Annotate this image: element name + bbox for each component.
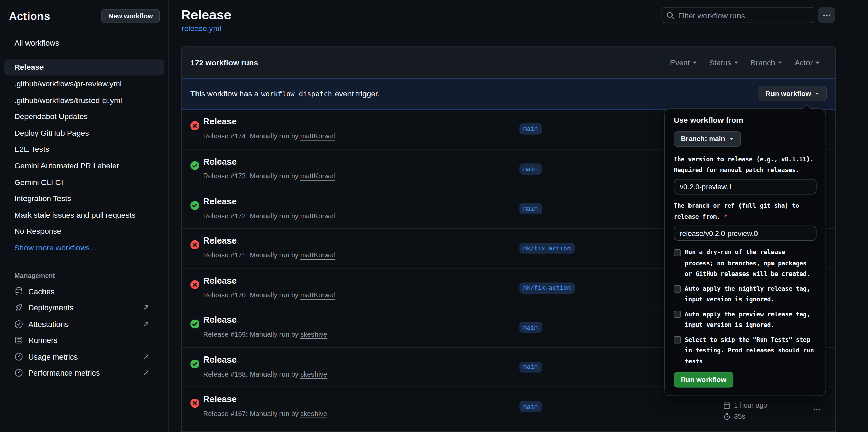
- run-description: Release #171: Manually run bymattKorwel: [203, 251, 335, 259]
- branch-badge[interactable]: main: [519, 361, 542, 372]
- branch-badge[interactable]: main: [519, 401, 542, 412]
- version-help-text: The version to release (e.g., v0.1.11). …: [674, 154, 817, 176]
- run-description: Release #169: Manually run byskeshive: [203, 331, 327, 338]
- run-title-link[interactable]: Release: [203, 276, 237, 285]
- filter-event[interactable]: Event: [670, 58, 697, 67]
- branch-badge[interactable]: mk/fix-action: [519, 243, 575, 254]
- run-workflow-popup: Use workflow from Branch: main The versi…: [664, 108, 826, 396]
- sidebar-item-usage-metrics[interactable]: Usage metrics: [4, 348, 164, 365]
- run-title-link[interactable]: Release: [203, 236, 237, 246]
- rocket-icon: [14, 303, 23, 312]
- success-icon: [190, 319, 199, 328]
- required-asterisk: *: [724, 213, 728, 220]
- workflow-dispatch-code: workflow_dispatch: [261, 90, 332, 98]
- chevron-down-icon: [815, 93, 819, 97]
- success-icon: [190, 201, 199, 210]
- kebab-icon: [813, 405, 821, 414]
- version-input[interactable]: [674, 179, 817, 195]
- branch-badge[interactable]: mk/fix-action: [519, 282, 575, 294]
- run-actor-link[interactable]: skeshive: [300, 370, 327, 378]
- meter-icon: [14, 352, 23, 361]
- run-title-link[interactable]: Release: [203, 157, 237, 167]
- branch-badge[interactable]: main: [519, 123, 542, 134]
- runs-count: 172 workflow runs: [190, 58, 258, 67]
- external-link-icon: [143, 320, 150, 327]
- run-title-link[interactable]: Release: [203, 355, 237, 365]
- verified-icon: [14, 319, 23, 328]
- sidebar-item-workflow[interactable]: No Response: [4, 223, 164, 239]
- ref-input[interactable]: [674, 226, 817, 241]
- run-title-link[interactable]: Release: [203, 117, 237, 127]
- run-description: Release #167: Manually run byskeshive: [203, 410, 327, 418]
- skip-tests-checkbox[interactable]: [674, 336, 681, 343]
- search-icon: [666, 11, 674, 19]
- sidebar-item-workflow[interactable]: Release: [4, 59, 164, 76]
- runs-list-header: 172 workflow runs EventStatusBranchActor: [182, 47, 835, 78]
- filter-workflow-runs-input[interactable]: [678, 11, 810, 20]
- calendar-icon: [723, 401, 731, 409]
- run-actor-link[interactable]: mattKorwel: [300, 212, 335, 220]
- run-title-link[interactable]: Release: [203, 196, 237, 206]
- sidebar-item-runners[interactable]: Runners: [4, 332, 164, 348]
- dry-run-option: Run a dry-run of the release process; no…: [674, 247, 817, 279]
- meter-icon: [14, 369, 23, 378]
- workflow-list: Release.github/workflows/pr-review.yml.g…: [4, 59, 164, 239]
- run-actor-link[interactable]: mattKorwel: [300, 291, 335, 299]
- popup-options: Run a dry-run of the release process; no…: [674, 247, 817, 367]
- filter-status[interactable]: Status: [709, 58, 738, 67]
- sidebar-item-workflow[interactable]: Gemini CLI CI: [4, 174, 164, 190]
- sidebar-item-workflow[interactable]: Dependabot Updates: [4, 108, 164, 124]
- filter-branch[interactable]: Branch: [751, 58, 782, 67]
- dry-run-checkbox[interactable]: [674, 249, 681, 256]
- branch-selector-button[interactable]: Branch: main: [674, 131, 741, 147]
- run-actor-link[interactable]: mattKorwel: [300, 132, 335, 140]
- filter-workflow-runs-box: [662, 7, 814, 23]
- sidebar-item-all-workflows[interactable]: All workflows: [4, 34, 164, 51]
- sidebar-item-workflow[interactable]: Gemini Automated PR Labeler: [4, 157, 164, 174]
- run-workflow-submit-button[interactable]: Run workflow: [674, 372, 734, 388]
- run-time: 1 hour ago: [723, 400, 767, 411]
- sidebar-item-workflow[interactable]: Deploy GitHub Pages: [4, 124, 164, 141]
- external-link-icon: [143, 304, 150, 311]
- run-workflow-dropdown-button[interactable]: Run workflow: [759, 86, 827, 102]
- failure-icon: [190, 399, 199, 408]
- sidebar-item-caches[interactable]: Caches: [4, 283, 164, 299]
- run-duration: 35s: [723, 411, 767, 421]
- sidebar-item-workflow[interactable]: .github/workflows/trusted-ci.yml: [4, 92, 164, 108]
- nightly-tag-checkbox[interactable]: [674, 285, 681, 293]
- banner-text: This workflow has a workflow_dispatch ev…: [190, 89, 380, 98]
- management-section-label: Management: [4, 264, 164, 283]
- preview-tag-checkbox[interactable]: [674, 311, 681, 318]
- workflow-file-link[interactable]: release.yml: [182, 24, 221, 33]
- sidebar-item-workflow[interactable]: Mark stale issues and pull requests: [4, 206, 164, 223]
- run-description: Release #173: Manually run bymattKorwel: [203, 172, 335, 180]
- sidebar-header: Actions New workflow: [0, 0, 168, 23]
- success-icon: [190, 161, 199, 170]
- show-more-workflows-link[interactable]: Show more workflows...: [4, 239, 164, 256]
- branch-badge[interactable]: main: [519, 322, 542, 333]
- chevron-down-icon: [693, 61, 697, 66]
- sidebar-divider: [10, 260, 158, 260]
- run-actor-link[interactable]: mattKorwel: [300, 172, 335, 180]
- workflow-options-button[interactable]: [818, 7, 835, 23]
- run-title-link[interactable]: Release: [203, 394, 237, 404]
- filter-actor[interactable]: Actor: [795, 58, 820, 67]
- run-actor-link[interactable]: skeshive: [300, 410, 327, 418]
- sidebar-item-workflow[interactable]: .github/workflows/pr-review.yml: [4, 76, 164, 92]
- chevron-down-icon: [815, 61, 820, 66]
- sidebar-item-performance-metrics[interactable]: Performance metrics: [4, 365, 164, 381]
- run-title-link[interactable]: Release: [203, 315, 237, 325]
- page-title: Actions: [9, 10, 50, 22]
- run-actor-link[interactable]: mattKorwel: [300, 251, 335, 259]
- actions-page: Actions New workflow All workflows Relea…: [0, 0, 868, 432]
- branch-badge[interactable]: main: [519, 203, 542, 214]
- run-options-button[interactable]: [811, 403, 823, 416]
- failure-icon: [190, 280, 199, 289]
- sidebar-item-deployments[interactable]: Deployments: [4, 299, 164, 316]
- sidebar-item-workflow[interactable]: Integration Tests: [4, 190, 164, 206]
- run-actor-link[interactable]: skeshive: [300, 331, 327, 338]
- branch-badge[interactable]: main: [519, 163, 542, 175]
- new-workflow-button[interactable]: New workflow: [101, 9, 160, 23]
- sidebar-item-workflow[interactable]: E2E Tests: [4, 141, 164, 157]
- sidebar-item-attestations[interactable]: Attestations: [4, 316, 164, 332]
